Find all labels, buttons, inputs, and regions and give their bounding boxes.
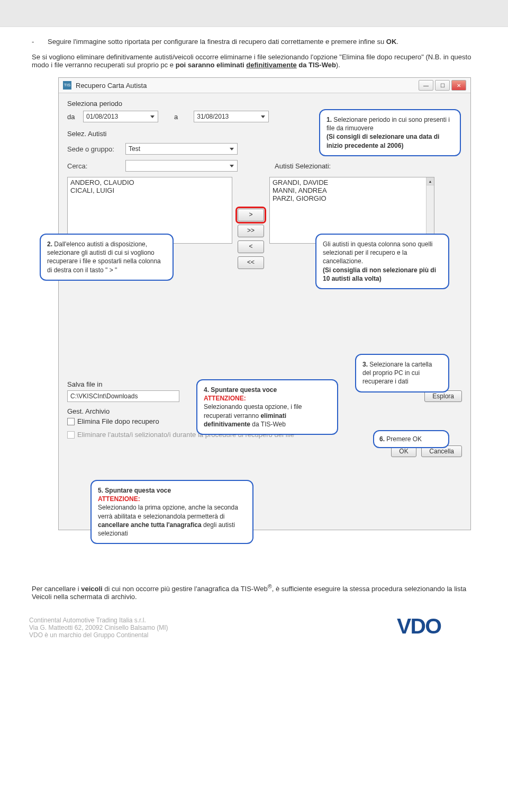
footer-line: VDO è un marchio del Gruppo Continental (29, 631, 168, 639)
vdo-logo: VDO (397, 613, 487, 639)
list-item[interactable]: ANDERO, CLAUDIO (70, 179, 229, 186)
list-item[interactable]: GRANDI, DAVIDE (273, 179, 431, 186)
intro-paragraph-1: - Seguire l'immagine sotto riportata per… (32, 38, 476, 46)
label-cerca: Cerca: (67, 162, 125, 170)
outro-bold: veicoli (81, 585, 102, 593)
callout-bold: cancellare anche tutta l'anagrafica (98, 521, 202, 529)
checkbox-elimina-autista (67, 431, 75, 439)
dialog-window: TIS Recupero Carta Autista — ☐ ✕ 1. Sele… (58, 77, 471, 530)
intro-ok: OK (386, 38, 397, 46)
page-footer: Continental Automotive Trading Italia s.… (0, 606, 508, 649)
move-all-left-button[interactable]: << (238, 256, 264, 269)
header-banner (0, 0, 508, 27)
callout-2: 2. Dall'elenco autisti a disposizione, s… (40, 234, 174, 281)
callout-text: Dall'elenco autisti a disposizione, sele… (47, 240, 161, 274)
callout-num: 5. (98, 487, 103, 494)
callout-text: Selezionando questa opzione, i file recu… (204, 403, 302, 419)
minimize-icon[interactable]: — (419, 80, 433, 91)
sede-gruppo-select[interactable]: Test (125, 143, 238, 155)
intro-text: ). (336, 61, 340, 69)
list-item[interactable]: MANNI, ANDREA (273, 186, 431, 194)
footer-line: Continental Automotive Trading Italia s.… (29, 617, 168, 624)
intro-paragraph-2: Se si vogliono eliminare definitivamente… (32, 53, 476, 69)
move-left-button[interactable]: < (238, 240, 264, 253)
callout-num: 3. (362, 361, 368, 368)
callout-4: 4. Spuntare questa voce ATTENZIONE: Sele… (196, 379, 338, 435)
intro-text: . (396, 38, 398, 46)
date-to-input[interactable]: 31/08/2013 (194, 111, 269, 122)
maximize-icon[interactable]: ☐ (435, 80, 450, 91)
callout-text: Premere OK (385, 435, 422, 443)
callout-3: Gli autisti in questa colonna sono quell… (315, 234, 449, 289)
callout-5: 3. Selezionare la cartella del proprio P… (355, 354, 449, 392)
bullet: - (32, 38, 37, 46)
callout-sub: (Si consigli di selezionare una data di … (326, 133, 439, 149)
intro-bold-underline: definitivamente (246, 61, 296, 69)
callout-num: 6. (379, 435, 385, 443)
callout-6: 6. Premere OK (373, 430, 449, 448)
label-autisti-selezionati: Autisti Selezionati: (275, 162, 331, 170)
callout-text: Selezionare periodo in cui sono presenti… (326, 116, 450, 132)
close-icon[interactable]: ✕ (451, 80, 466, 91)
svg-text:VDO: VDO (397, 614, 441, 638)
intro-text: Seguire l'immagine sotto riportata per c… (48, 38, 386, 46)
footer-line: Via G. Matteotti 62, 20092 Cinisello Bal… (29, 624, 168, 631)
label-da: da (67, 113, 83, 121)
outro-text: Per cancellare i (32, 585, 81, 593)
callout-num: 1. (326, 116, 332, 123)
window-title: Recupero Carta Autista (76, 82, 147, 90)
registered-symbol: ® (268, 583, 272, 590)
callout-text: Selezionando la prima opzione, anche la … (98, 504, 238, 520)
move-all-right-button[interactable]: >> (238, 225, 264, 237)
checkbox-elimina-file[interactable] (67, 418, 75, 425)
callout-title: Spuntare questa voce (103, 487, 171, 494)
label-seleziona-periodo: Seleziona periodo (67, 100, 462, 108)
chk-label: Elimina File dopo recupero (77, 417, 159, 425)
save-path-input[interactable]: C:\VKISCInt\Downloads (67, 390, 179, 402)
callout-1: 1. Selezionare periodo in cui sono prese… (319, 109, 461, 156)
label-a: a (174, 113, 178, 121)
callout-warn: ATTENZIONE: (98, 495, 140, 503)
list-item[interactable]: PARZI, GIORGIO (273, 194, 431, 202)
intro-bold: da TIS-Web (297, 61, 336, 69)
scroll-up-icon[interactable]: ▲ (427, 177, 434, 185)
callout-text: Selezionare la cartella del proprio PC i… (362, 361, 432, 385)
outro-paragraph: Per cancellare i veicoli di cui non occo… (32, 583, 476, 601)
callout-num: 4. (204, 386, 209, 394)
callout-warn: ATTENZIONE: (204, 395, 246, 402)
move-right-button[interactable]: > (238, 209, 264, 221)
app-icon: TIS (63, 81, 71, 90)
callout-num: 2. (47, 240, 52, 248)
callout-text: Gli autisti in questa colonna sono quell… (323, 240, 432, 265)
intro-bold: poi saranno eliminati (176, 61, 247, 69)
label-sede-gruppo: Sede o gruppo: (67, 145, 125, 153)
titlebar: TIS Recupero Carta Autista — ☐ ✕ (59, 78, 470, 93)
callout-text: da TIS-Web (250, 421, 286, 428)
list-item[interactable]: CICALI, LUIGI (70, 186, 229, 194)
date-from-input[interactable]: 01/08/2013 (83, 111, 158, 122)
callout-7: 5. Spuntare questa voce ATTENZIONE: Sele… (90, 480, 253, 544)
cerca-input[interactable] (125, 160, 238, 172)
outro-text: di cui non occorre più gestire l'anagraf… (103, 585, 268, 593)
callout-sub: (Si consiglia di non selezionare più di … (323, 266, 436, 282)
callout-title: Spuntare questa voce (209, 386, 277, 394)
